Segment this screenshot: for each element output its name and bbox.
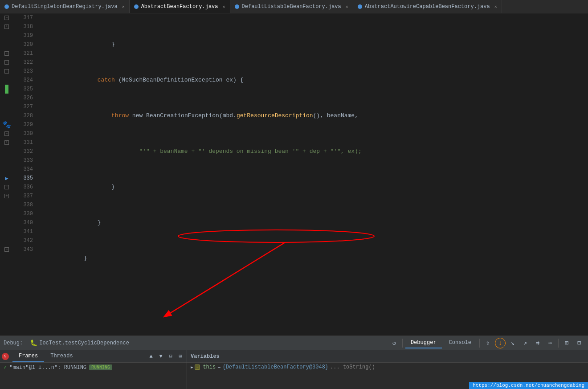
gutter-row-333	[0, 156, 13, 165]
gutter-row-339	[0, 209, 13, 218]
linenum-329: 329	[13, 120, 37, 129]
linenum-328: 328	[13, 111, 37, 120]
fold-icon-337[interactable]: +	[4, 194, 9, 198]
gutter-row-329[interactable]: 🐾	[0, 120, 13, 129]
fold-icon-330[interactable]: −	[4, 131, 9, 136]
gutter-icons: − + − − − 🐾 − +	[0, 13, 13, 336]
step-out-button[interactable]: ↗	[520, 338, 531, 348]
frames-tab[interactable]: Frames	[12, 350, 44, 362]
tab-label-abstractautowire: AbstractAutowireCapableBeanFactory.java	[365, 4, 490, 10]
code-text-319-new: new	[129, 111, 146, 120]
ft-filter-button[interactable]: ⊟	[166, 352, 175, 361]
linenum-342: 342	[13, 236, 37, 245]
evaluate-button[interactable]: ⊞	[561, 338, 572, 348]
mute-breakpoints-button[interactable]: ⊟	[574, 338, 584, 348]
ft-down-button[interactable]: ▼	[156, 352, 165, 361]
tab-abstractautowire[interactable]: AbstractAutowireCapableBeanFactory.java …	[353, 0, 502, 13]
frame-item-main[interactable]: ✓ "main"@1 i...n": RUNNING RUNNING	[0, 363, 187, 372]
code-line-325	[40, 325, 588, 334]
toolbar-sep-2	[479, 339, 480, 348]
code-line-321: }	[40, 183, 588, 192]
url-bar: https://blog.csdn.net/chuanchengdabing	[469, 382, 588, 389]
code-line-322: }	[40, 218, 588, 227]
code-text-322: }	[42, 218, 101, 227]
tab-defaultlistable[interactable]: DefaultListableBeanFactory.java ✕	[230, 0, 353, 13]
java-file-icon-active	[134, 4, 139, 9]
ft-up-button[interactable]: ▲	[147, 352, 155, 361]
step-over-button[interactable]: ↓	[495, 338, 506, 348]
threads-tab-label: Threads	[50, 353, 73, 359]
gutter-row-325	[0, 85, 13, 94]
ft-spacer	[79, 350, 145, 362]
debug-title-label: Debug:	[4, 340, 23, 346]
var-equals-sign: =	[217, 364, 220, 370]
gutter-row-330: −	[0, 129, 13, 138]
console-tab[interactable]: Console	[444, 338, 477, 348]
linenum-338: 338	[13, 201, 37, 209]
fold-icon-317[interactable]: −	[4, 16, 9, 20]
force-run-cursor-button[interactable]: ⇒	[545, 338, 555, 348]
debug-panel: Debug: 🐛 IocTest.testCyclicDependence ↺ …	[0, 336, 588, 389]
linenum-320: 320	[13, 40, 37, 49]
url-text: https://blog.csdn.net/chuanchengdabing	[473, 383, 584, 388]
linenum-317: 317	[13, 13, 37, 22]
error-badge: 9	[2, 353, 9, 360]
fold-icon-321[interactable]: −	[4, 51, 9, 56]
debugger-tab-label: Debugger	[411, 340, 437, 346]
code-line-318: catch (NoSuchBeanDefinitionException ex)…	[40, 76, 588, 85]
gutter-row-335: ▶	[0, 174, 13, 183]
linenum-321: 321	[13, 49, 37, 58]
code-line-317: }	[40, 40, 588, 49]
gutter-row-342	[0, 236, 13, 245]
editor-area: − + − − − 🐾 − +	[0, 13, 588, 336]
ft-btn-bar: ▲ ▼ ⊟ ⊞	[145, 350, 187, 362]
linenum-323: 323	[13, 67, 37, 76]
linenum-326: 326	[13, 94, 37, 102]
console-tab-label: Console	[449, 340, 471, 346]
show-execution-button[interactable]: ⇧	[482, 338, 493, 348]
fold-icon-318[interactable]: +	[4, 25, 9, 29]
code-content[interactable]: } catch (NoSuchBeanDefinitionException e…	[40, 13, 588, 336]
running-badge: RUNNING	[89, 364, 112, 370]
gutter-row-320	[0, 40, 13, 49]
gutter-row-327	[0, 102, 13, 111]
gutter-row-328	[0, 111, 13, 120]
fold-icon-323[interactable]: −	[4, 69, 9, 74]
fold-icon-331[interactable]: +	[4, 140, 9, 145]
gutter-row-322: −	[0, 58, 13, 67]
linenum-324: 324	[13, 76, 37, 85]
gutter-row-331: +	[0, 138, 13, 147]
threads-tab[interactable]: Threads	[44, 350, 79, 362]
tab-close-defaultsingleton[interactable]: ✕	[122, 4, 125, 9]
ft-expand-button[interactable]: ⊞	[176, 352, 185, 361]
run-to-cursor-button[interactable]: ⇉	[532, 338, 543, 348]
fold-icon-336[interactable]: −	[4, 185, 9, 189]
code-text-319-fn: getResourceDescription	[237, 111, 313, 120]
fold-icon-322[interactable]: −	[4, 60, 9, 65]
gutter-row-336: −	[0, 183, 13, 192]
variable-this[interactable]: ▶ = this = {DefaultListableBeanFactory@3…	[187, 363, 588, 372]
tab-close-defaultlistable[interactable]: ✕	[346, 4, 348, 9]
gutter-row-323: −	[0, 67, 13, 76]
linenum-336: 336	[13, 183, 37, 192]
gutter-row-319	[0, 31, 13, 40]
code-text-319-exc: BeanCreationException(mbd.	[146, 111, 237, 120]
var-value-this: {DefaultListableBeanFactory@3048}	[222, 364, 328, 370]
linenum-340: 340	[13, 218, 37, 227]
frames-threads-bar: 9 Frames Threads ▲ ▼ ⊟ ⊞	[0, 350, 187, 363]
code-text-318-catch: catch	[42, 76, 115, 85]
tab-defaultsingleton[interactable]: DefaultSingletonBeanRegistry.java ✕	[0, 0, 130, 13]
step-into-button[interactable]: ↘	[507, 338, 518, 348]
debugger-tab[interactable]: Debugger	[405, 338, 442, 348]
expand-triangle-icon[interactable]: ▶	[191, 365, 193, 370]
tab-close-abstractbeanfactory[interactable]: ✕	[223, 4, 225, 9]
linenum-330: 330	[13, 129, 37, 138]
tab-close-abstractautowire[interactable]: ✕	[494, 4, 497, 9]
linenum-334: 334	[13, 165, 37, 174]
gutter-row-332	[0, 147, 13, 156]
tab-abstractbeanfactory[interactable]: AbstractBeanFactory.java ✕	[130, 0, 230, 13]
gutter-row-334	[0, 165, 13, 174]
tab-label-defaultsingleton: DefaultSingletonBeanRegistry.java	[12, 4, 118, 10]
fold-icon-343[interactable]: −	[4, 247, 9, 252]
rerun-button[interactable]: ↺	[389, 338, 400, 348]
